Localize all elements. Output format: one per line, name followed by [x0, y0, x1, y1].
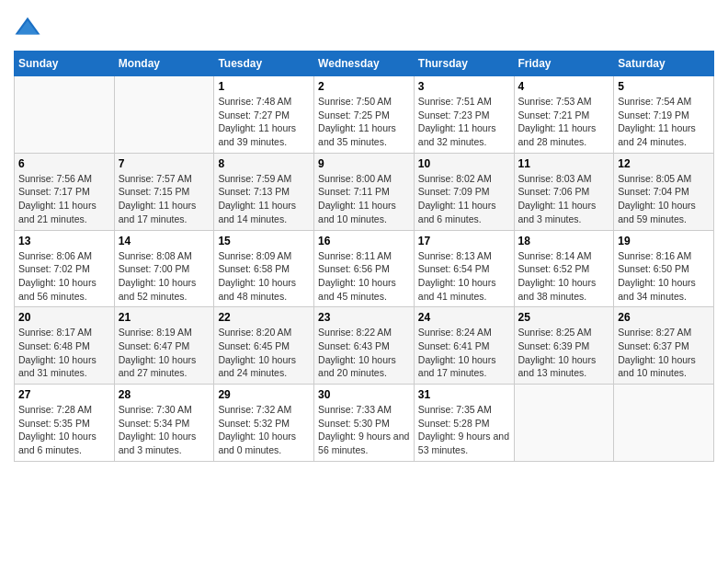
day-info: Sunrise: 8:19 AM Sunset: 6:47 PM Dayligh…	[119, 326, 210, 380]
day-cell: 31Sunrise: 7:35 AM Sunset: 5:28 PM Dayli…	[414, 385, 514, 462]
column-header-friday: Friday	[514, 52, 614, 76]
day-cell: 9Sunrise: 8:00 AM Sunset: 7:11 PM Daylig…	[314, 153, 415, 230]
day-number: 2	[318, 80, 410, 93]
week-row-5: 27Sunrise: 7:28 AM Sunset: 5:35 PM Dayli…	[15, 385, 714, 462]
day-cell	[15, 76, 115, 154]
day-cell: 12Sunrise: 8:05 AM Sunset: 7:04 PM Dayli…	[614, 153, 714, 230]
day-info: Sunrise: 8:25 AM Sunset: 6:39 PM Dayligh…	[518, 326, 610, 380]
day-number: 20	[18, 311, 110, 324]
column-header-tuesday: Tuesday	[214, 52, 314, 76]
day-cell: 25Sunrise: 8:25 AM Sunset: 6:39 PM Dayli…	[514, 307, 614, 385]
day-info: Sunrise: 7:48 AM Sunset: 7:27 PM Dayligh…	[218, 95, 310, 149]
day-info: Sunrise: 8:24 AM Sunset: 6:41 PM Dayligh…	[418, 326, 510, 380]
day-cell: 13Sunrise: 8:06 AM Sunset: 7:02 PM Dayli…	[15, 230, 115, 307]
day-number: 27	[18, 388, 110, 401]
day-cell: 22Sunrise: 8:20 AM Sunset: 6:45 PM Dayli…	[214, 307, 314, 385]
day-info: Sunrise: 7:28 AM Sunset: 5:35 PM Dayligh…	[18, 403, 110, 457]
day-info: Sunrise: 8:13 AM Sunset: 6:54 PM Dayligh…	[418, 249, 510, 304]
day-number: 3	[418, 80, 510, 93]
day-info: Sunrise: 8:06 AM Sunset: 7:02 PM Dayligh…	[18, 249, 110, 304]
day-number: 17	[418, 235, 510, 247]
column-header-wednesday: Wednesday	[314, 52, 415, 76]
day-cell: 18Sunrise: 8:14 AM Sunset: 6:52 PM Dayli…	[514, 230, 614, 307]
day-cell: 30Sunrise: 7:33 AM Sunset: 5:30 PM Dayli…	[314, 385, 415, 462]
day-cell	[114, 76, 214, 154]
day-number: 29	[218, 388, 310, 401]
calendar-header-row: SundayMondayTuesdayWednesdayThursdayFrid…	[15, 52, 714, 76]
day-info: Sunrise: 8:05 AM Sunset: 7:04 PM Dayligh…	[618, 172, 710, 226]
day-info: Sunrise: 7:50 AM Sunset: 7:25 PM Dayligh…	[318, 95, 410, 149]
day-cell: 23Sunrise: 8:22 AM Sunset: 6:43 PM Dayli…	[314, 307, 415, 385]
day-info: Sunrise: 7:51 AM Sunset: 7:23 PM Dayligh…	[418, 95, 510, 149]
day-cell: 21Sunrise: 8:19 AM Sunset: 6:47 PM Dayli…	[114, 307, 214, 385]
day-number: 11	[518, 157, 610, 170]
day-info: Sunrise: 7:56 AM Sunset: 7:17 PM Dayligh…	[18, 172, 110, 226]
day-info: Sunrise: 7:59 AM Sunset: 7:13 PM Dayligh…	[218, 172, 310, 226]
day-number: 23	[318, 311, 410, 324]
day-info: Sunrise: 7:35 AM Sunset: 5:28 PM Dayligh…	[418, 403, 510, 457]
column-header-saturday: Saturday	[614, 52, 714, 76]
day-number: 31	[418, 388, 510, 401]
day-cell: 10Sunrise: 8:02 AM Sunset: 7:09 PM Dayli…	[414, 153, 514, 230]
day-info: Sunrise: 8:08 AM Sunset: 7:00 PM Dayligh…	[119, 249, 210, 304]
day-number: 9	[318, 157, 410, 170]
week-row-4: 20Sunrise: 8:17 AM Sunset: 6:48 PM Dayli…	[15, 307, 714, 385]
day-info: Sunrise: 8:20 AM Sunset: 6:45 PM Dayligh…	[218, 326, 310, 380]
day-cell: 27Sunrise: 7:28 AM Sunset: 5:35 PM Dayli…	[15, 385, 115, 462]
day-cell: 4Sunrise: 7:53 AM Sunset: 7:21 PM Daylig…	[514, 76, 614, 154]
logo-icon	[14, 14, 41, 41]
day-info: Sunrise: 8:03 AM Sunset: 7:06 PM Dayligh…	[518, 172, 610, 226]
day-number: 24	[418, 311, 510, 324]
day-cell: 3Sunrise: 7:51 AM Sunset: 7:23 PM Daylig…	[414, 76, 514, 154]
day-cell	[514, 385, 614, 462]
day-cell: 6Sunrise: 7:56 AM Sunset: 7:17 PM Daylig…	[15, 153, 115, 230]
day-cell: 7Sunrise: 7:57 AM Sunset: 7:15 PM Daylig…	[114, 153, 214, 230]
day-cell: 8Sunrise: 7:59 AM Sunset: 7:13 PM Daylig…	[214, 153, 314, 230]
day-info: Sunrise: 8:14 AM Sunset: 6:52 PM Dayligh…	[518, 249, 610, 304]
day-number: 6	[18, 157, 110, 170]
day-info: Sunrise: 7:32 AM Sunset: 5:32 PM Dayligh…	[218, 403, 310, 457]
day-info: Sunrise: 8:27 AM Sunset: 6:37 PM Dayligh…	[618, 326, 710, 380]
day-number: 14	[119, 235, 210, 247]
day-number: 8	[218, 157, 310, 170]
day-number: 25	[518, 311, 610, 324]
week-row-3: 13Sunrise: 8:06 AM Sunset: 7:02 PM Dayli…	[15, 230, 714, 307]
day-cell: 20Sunrise: 8:17 AM Sunset: 6:48 PM Dayli…	[15, 307, 115, 385]
day-info: Sunrise: 8:16 AM Sunset: 6:50 PM Dayligh…	[618, 249, 710, 304]
day-info: Sunrise: 7:57 AM Sunset: 7:15 PM Dayligh…	[119, 172, 210, 226]
day-number: 4	[518, 80, 610, 93]
day-cell: 1Sunrise: 7:48 AM Sunset: 7:27 PM Daylig…	[214, 76, 314, 154]
day-cell	[614, 385, 714, 462]
day-cell: 16Sunrise: 8:11 AM Sunset: 6:56 PM Dayli…	[314, 230, 415, 307]
column-header-monday: Monday	[114, 52, 214, 76]
day-cell: 17Sunrise: 8:13 AM Sunset: 6:54 PM Dayli…	[414, 230, 514, 307]
column-header-sunday: Sunday	[15, 52, 115, 76]
day-number: 12	[618, 157, 710, 170]
day-cell: 29Sunrise: 7:32 AM Sunset: 5:32 PM Dayli…	[214, 385, 314, 462]
day-number: 18	[518, 235, 610, 247]
day-info: Sunrise: 7:54 AM Sunset: 7:19 PM Dayligh…	[618, 95, 710, 149]
week-row-1: 1Sunrise: 7:48 AM Sunset: 7:27 PM Daylig…	[15, 76, 714, 154]
calendar-table: SundayMondayTuesdayWednesdayThursdayFrid…	[14, 51, 714, 462]
day-number: 10	[418, 157, 510, 170]
day-number: 28	[119, 388, 210, 401]
day-info: Sunrise: 8:02 AM Sunset: 7:09 PM Dayligh…	[418, 172, 510, 226]
day-cell: 19Sunrise: 8:16 AM Sunset: 6:50 PM Dayli…	[614, 230, 714, 307]
day-info: Sunrise: 8:11 AM Sunset: 6:56 PM Dayligh…	[318, 249, 410, 304]
day-info: Sunrise: 8:09 AM Sunset: 6:58 PM Dayligh…	[218, 249, 310, 304]
day-number: 5	[618, 80, 710, 93]
day-number: 19	[618, 235, 710, 247]
day-number: 26	[618, 311, 710, 324]
day-cell: 5Sunrise: 7:54 AM Sunset: 7:19 PM Daylig…	[614, 76, 714, 154]
day-number: 13	[18, 235, 110, 247]
page-header	[14, 14, 714, 41]
day-number: 1	[218, 80, 310, 93]
day-cell: 15Sunrise: 8:09 AM Sunset: 6:58 PM Dayli…	[214, 230, 314, 307]
day-number: 30	[318, 388, 410, 401]
day-cell: 14Sunrise: 8:08 AM Sunset: 7:00 PM Dayli…	[114, 230, 214, 307]
day-info: Sunrise: 8:17 AM Sunset: 6:48 PM Dayligh…	[18, 326, 110, 380]
week-row-2: 6Sunrise: 7:56 AM Sunset: 7:17 PM Daylig…	[15, 153, 714, 230]
day-info: Sunrise: 7:33 AM Sunset: 5:30 PM Dayligh…	[318, 403, 410, 457]
day-number: 21	[119, 311, 210, 324]
day-cell: 2Sunrise: 7:50 AM Sunset: 7:25 PM Daylig…	[314, 76, 415, 154]
